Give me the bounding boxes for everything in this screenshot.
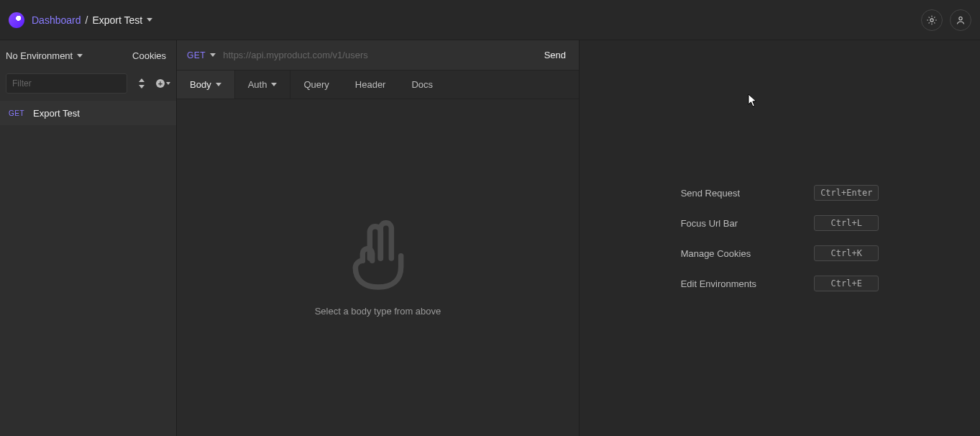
chevron-down-icon [147, 18, 152, 22]
chevron-down-icon [77, 54, 83, 58]
add-request-button[interactable]: + [156, 78, 170, 89]
sort-icon [138, 78, 145, 88]
request-tabs: Body Auth Query Header Docs [177, 71, 579, 99]
shortcut-keys: Ctrl+K [814, 245, 879, 261]
shortcut-list: Send Request Ctrl+Enter Focus Url Bar Ct… [681, 185, 879, 291]
svg-point-1 [959, 17, 962, 19]
settings-button[interactable] [921, 9, 943, 31]
chevron-down-icon [271, 83, 277, 86]
shortcut-keys: Ctrl+L [814, 215, 879, 231]
response-panel: Send Request Ctrl+Enter Focus Url Bar Ct… [580, 40, 980, 436]
tab-auth[interactable]: Auth [235, 71, 291, 99]
shortcut-keys: Ctrl+E [814, 276, 879, 291]
account-button[interactable] [950, 9, 971, 31]
breadcrumb-dashboard[interactable]: Dashboard [32, 14, 81, 26]
tab-body[interactable]: Body [177, 71, 235, 99]
user-icon [955, 14, 966, 26]
shortcut-label: Send Request [681, 188, 757, 199]
tab-header[interactable]: Header [342, 71, 399, 99]
tab-auth-label: Auth [248, 79, 267, 90]
url-input[interactable] [223, 50, 529, 60]
tab-query[interactable]: Query [290, 71, 342, 99]
body-empty-hint: Select a body type from above [315, 306, 441, 317]
environment-select[interactable]: No Environment [4, 47, 84, 64]
svg-point-0 [930, 18, 933, 21]
request-list-item[interactable]: GET Export Test [0, 101, 176, 125]
tab-body-label: Body [190, 79, 211, 90]
peace-hand-icon [342, 219, 414, 293]
shortcut-label: Manage Cookies [681, 248, 757, 259]
breadcrumb-workspace[interactable]: Export Test [92, 14, 152, 26]
method-select[interactable]: GET [187, 50, 216, 60]
chevron-down-icon [210, 53, 216, 57]
filter-input[interactable] [6, 73, 127, 94]
send-button[interactable]: Send [537, 47, 573, 63]
shortcut-label: Edit Environments [681, 278, 757, 289]
shortcut-keys: Ctrl+Enter [814, 185, 879, 201]
app-header: Dashboard / Export Test [0, 0, 980, 40]
shortcut-label: Focus Url Bar [681, 218, 757, 229]
sort-button[interactable] [136, 78, 147, 89]
sidebar: No Environment Cookies + GET Export Test [0, 40, 177, 436]
cookies-button[interactable]: Cookies [132, 50, 166, 61]
breadcrumb-separator: / [86, 14, 88, 26]
method-label: GET [187, 50, 206, 60]
chevron-down-icon [166, 82, 170, 85]
request-method-badge: GET [9, 109, 24, 117]
environment-label: No Environment [6, 50, 73, 61]
chevron-down-icon [216, 83, 221, 86]
gear-icon [926, 14, 938, 26]
plus-icon: + [156, 79, 165, 88]
request-name: Export Test [33, 108, 80, 119]
tab-docs[interactable]: Docs [398, 71, 446, 99]
breadcrumb-workspace-label: Export Test [92, 14, 142, 26]
url-bar: GET Send [177, 40, 579, 71]
app-logo-icon [9, 12, 24, 28]
request-editor: GET Send Body Auth Query Header Docs [177, 40, 580, 436]
body-empty-state: Select a body type from above [177, 99, 579, 436]
